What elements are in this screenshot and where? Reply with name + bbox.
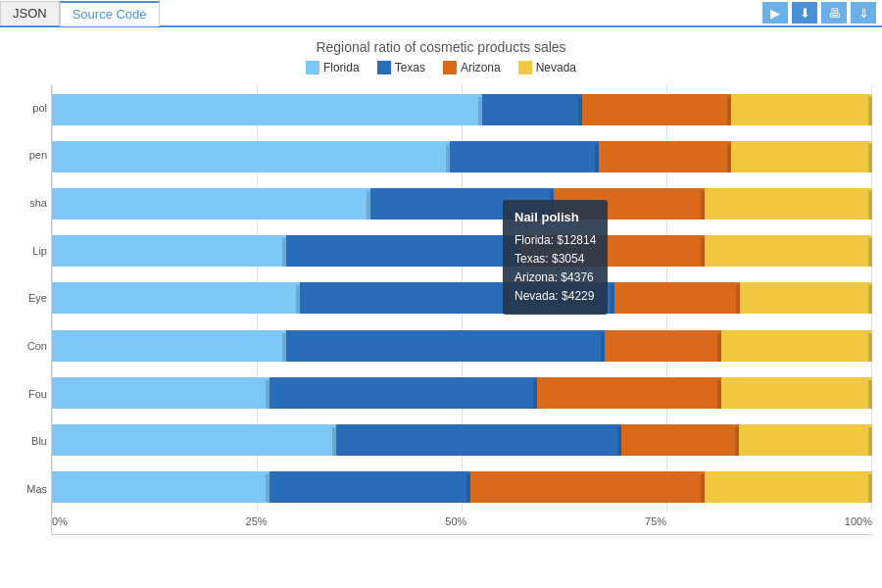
- legend-texas: Texas: [377, 61, 425, 74]
- bar-segment[interactable]: [554, 188, 705, 220]
- bar-segment[interactable]: [52, 94, 482, 125]
- y-label-blush: Blu: [10, 436, 51, 447]
- bars-area: 0% 25% 50% 75% 100% Nail polish Florida:…: [51, 84, 872, 535]
- x-label-25: 25%: [246, 515, 268, 527]
- bar-row[interactable]: [52, 235, 872, 267]
- tab-json[interactable]: JSON: [0, 1, 60, 24]
- x-label-50: 50%: [445, 515, 466, 527]
- bar-segment[interactable]: [286, 330, 604, 362]
- bar-segment[interactable]: [621, 424, 739, 456]
- tab-source-code[interactable]: Source Code: [60, 1, 160, 26]
- bar-segment[interactable]: [52, 188, 370, 220]
- chart-area: Regional ratio of cosmetic products sale…: [0, 27, 882, 588]
- bar-row[interactable]: [52, 330, 872, 362]
- bar-segment[interactable]: [52, 282, 300, 314]
- bar-segment[interactable]: [605, 330, 722, 362]
- legend-texas-label: Texas: [395, 61, 425, 74]
- y-label-concealer: Con: [10, 341, 51, 352]
- chart-legend: Florida Texas Arizona Nevada: [10, 61, 872, 74]
- bar-segment[interactable]: [614, 282, 739, 314]
- bar-row[interactable]: [52, 471, 872, 503]
- bar-segment[interactable]: [52, 471, 270, 503]
- bar-segment[interactable]: [731, 94, 872, 125]
- bar-segment[interactable]: [286, 235, 520, 267]
- bar-segment[interactable]: [52, 141, 450, 172]
- bar-segment[interactable]: [740, 282, 872, 314]
- bar-segment[interactable]: [739, 424, 872, 456]
- download-button[interactable]: ⬇: [792, 2, 817, 24]
- legend-arizona: Arizona: [443, 61, 501, 74]
- bar-segment[interactable]: [705, 235, 872, 267]
- top-bar: JSON Source Code ▶ ⬇ 🖶 ⇓: [0, 0, 882, 27]
- bar-segment[interactable]: [470, 471, 705, 503]
- legend-texas-color: [377, 61, 391, 74]
- bar-segment[interactable]: [336, 424, 620, 456]
- y-label-eyebrows: Eye: [10, 293, 51, 304]
- legend-arizona-color: [443, 61, 457, 74]
- x-label-0: 0%: [52, 515, 68, 527]
- bar-row[interactable]: [52, 94, 872, 125]
- x-label-100: 100%: [845, 515, 872, 527]
- x-axis: 0% 25% 50% 75% 100%: [52, 513, 872, 534]
- bar-segment[interactable]: [582, 94, 731, 125]
- y-label-eye-shadow: sha: [10, 198, 51, 209]
- legend-florida: Florida: [306, 61, 360, 74]
- bar-segment[interactable]: [52, 424, 336, 456]
- bar-segment[interactable]: [537, 377, 720, 409]
- bar-row[interactable]: [52, 141, 872, 172]
- bar-row[interactable]: [52, 188, 872, 220]
- y-axis-labels: polpenshaLipEyeConFouBluMas: [10, 84, 51, 535]
- y-label-foundation: Fou: [10, 389, 51, 400]
- bar-segment[interactable]: [52, 330, 286, 362]
- chart-title: Regional ratio of cosmetic products sale…: [10, 39, 872, 55]
- bar-segment[interactable]: [721, 377, 872, 409]
- bar-segment[interactable]: [52, 377, 270, 409]
- bar-row[interactable]: [52, 377, 872, 409]
- legend-florida-color: [306, 61, 319, 74]
- bar-segment[interactable]: [705, 188, 872, 220]
- bar-segment[interactable]: [370, 188, 554, 220]
- play-button[interactable]: ▶: [762, 2, 788, 24]
- export-button[interactable]: ⇓: [851, 2, 876, 24]
- bar-segment[interactable]: [482, 94, 581, 125]
- chart-container: polpenshaLipEyeConFouBluMas 0% 25% 50% 7…: [10, 84, 872, 535]
- bars-wrapper: [52, 84, 872, 513]
- bar-row[interactable]: [52, 282, 872, 314]
- legend-nevada-color: [518, 61, 532, 74]
- bar-segment[interactable]: [450, 141, 599, 172]
- y-label-nail-polish: pol: [10, 103, 51, 114]
- bar-segment[interactable]: [270, 377, 538, 409]
- x-label-75: 75%: [645, 515, 666, 527]
- y-label-lipstick: Lip: [10, 246, 51, 257]
- legend-nevada: Nevada: [518, 61, 576, 74]
- bar-segment[interactable]: [300, 282, 614, 314]
- bar-row[interactable]: [52, 424, 872, 456]
- legend-florida-label: Florida: [323, 61, 360, 74]
- y-label-mascara: Mas: [10, 484, 51, 495]
- legend-nevada-label: Nevada: [536, 61, 576, 74]
- legend-arizona-label: Arizona: [461, 61, 501, 74]
- bar-segment[interactable]: [705, 471, 872, 503]
- bar-segment[interactable]: [731, 141, 872, 172]
- bar-segment[interactable]: [721, 330, 872, 362]
- bar-segment[interactable]: [270, 471, 470, 503]
- y-label-eyeliner-pencil: pen: [10, 150, 51, 161]
- bar-segment[interactable]: [521, 235, 705, 267]
- bar-segment[interactable]: [599, 141, 731, 172]
- toolbar-icons: ▶ ⬇ 🖶 ⇓: [762, 2, 882, 24]
- print-button[interactable]: 🖶: [821, 2, 847, 24]
- bar-segment[interactable]: [52, 235, 286, 267]
